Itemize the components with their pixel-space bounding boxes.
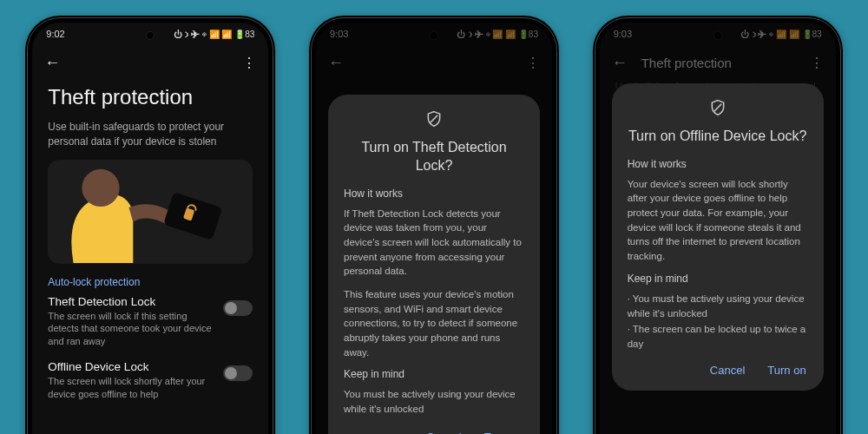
svg-line-4 <box>431 115 437 122</box>
status-time: 9:02 <box>46 29 64 39</box>
overflow-menu-icon[interactable]: ⋮ <box>242 55 256 71</box>
dialog-scrim[interactable]: Turn on Offline Device Lock? How it work… <box>600 23 836 434</box>
dialog-text: If Theft Detection Lock detects your dev… <box>344 207 524 279</box>
dialog-theft-detection: Turn on Theft Detection Lock? How it wor… <box>328 95 540 434</box>
screen-2: 9:03 ⏻ ☽ ✈ ◉ 📶 📶 🔋83 ← ⋮ Offline Device … <box>316 23 552 434</box>
section-label-autolock: Auto-lock protection <box>48 276 253 288</box>
svg-line-5 <box>713 104 720 111</box>
dialog-title: Turn on Offline Device Lock? <box>628 128 808 146</box>
status-icons: ⏻ ☽ ✈ ◉ 📶 📶 🔋83 <box>174 30 255 39</box>
dialog-heading: How it works <box>628 158 808 170</box>
dialog-heading: Keep in mind <box>344 368 524 380</box>
dialog-heading: Keep in mind <box>628 273 808 285</box>
dialog-text: This feature uses your device's motion s… <box>344 287 524 359</box>
dialog-scrim[interactable]: Turn on Theft Detection Lock? How it wor… <box>316 23 552 434</box>
dialog-bullet: · You must be actively using your device… <box>628 292 808 320</box>
dialog-bullet: · The screen can be locked up to twice a… <box>628 322 808 351</box>
setting-desc: The screen will lock shortly after your … <box>48 375 214 401</box>
page-subtitle: Use built-in safeguards to protect your … <box>48 120 253 149</box>
illustration <box>48 160 253 264</box>
setting-title: Offline Device Lock <box>48 360 214 373</box>
dialog-offline-lock: Turn on Offline Device Lock? How it work… <box>612 83 824 391</box>
dialog-heading: How it works <box>344 187 524 200</box>
setting-desc: The screen will lock if this setting det… <box>48 310 214 349</box>
dialog-text: Your device's screen will lock shortly a… <box>628 177 808 264</box>
phone-2: 9:03 ⏻ ☽ ✈ ◉ 📶 📶 🔋83 ← ⋮ Offline Device … <box>309 16 559 434</box>
toggle-offline-lock[interactable] <box>223 365 253 381</box>
camera-hole <box>146 31 155 40</box>
toggle-theft-detection[interactable] <box>223 300 253 316</box>
turn-on-button[interactable]: Turn on <box>766 358 807 382</box>
phone-3: 9:03 ⏻ ☽ ✈ ◉ 📶 📶 🔋83 ← Theft protection … <box>593 16 843 434</box>
cancel-button[interactable]: Cancel <box>424 425 463 434</box>
cancel-button[interactable]: Cancel <box>708 358 746 382</box>
page-title: Theft protection <box>48 85 253 109</box>
back-icon[interactable]: ← <box>44 54 60 72</box>
phone-1: 9:02 ⏻ ☽ ✈ ◉ 📶 📶 🔋83 ← ⋮ Theft protectio… <box>25 16 275 434</box>
svg-point-1 <box>82 168 120 206</box>
app-bar: ← ⋮ <box>32 45 268 80</box>
screen-1: 9:02 ⏻ ☽ ✈ ◉ 📶 📶 🔋83 ← ⋮ Theft protectio… <box>32 23 268 434</box>
dialog-title: Turn on Theft Detection Lock? <box>344 139 524 175</box>
shield-icon <box>344 110 524 132</box>
setting-offline-device-lock[interactable]: Offline Device Lock The screen will lock… <box>48 360 253 401</box>
turn-on-button[interactable]: Turn on <box>483 425 524 434</box>
setting-theft-detection-lock[interactable]: Theft Detection Lock The screen will loc… <box>48 295 253 349</box>
setting-title: Theft Detection Lock <box>48 295 214 308</box>
shield-icon <box>628 99 808 121</box>
screen-3: 9:03 ⏻ ☽ ✈ ◉ 📶 📶 🔋83 ← Theft protection … <box>600 23 836 434</box>
dialog-text: You must be actively using your device w… <box>344 387 524 416</box>
